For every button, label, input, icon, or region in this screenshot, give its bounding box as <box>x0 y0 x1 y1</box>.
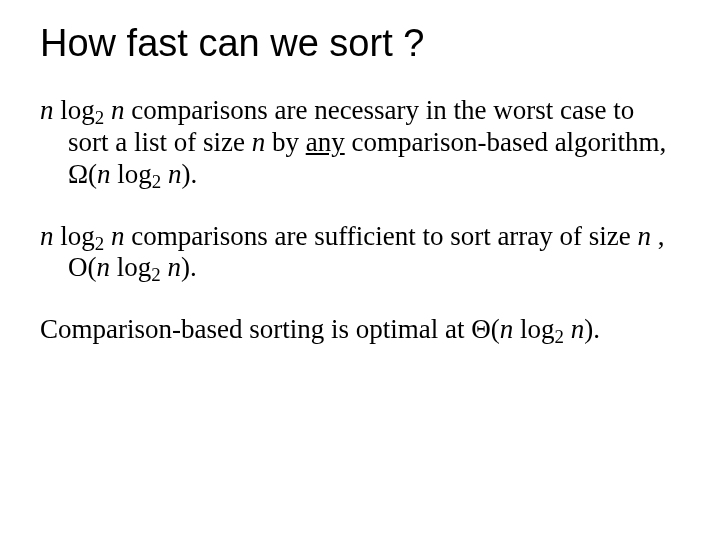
sub-2: 2 <box>152 170 161 191</box>
sub-2: 2 <box>151 264 160 285</box>
text: ). <box>182 159 198 189</box>
var-n: n <box>500 314 514 344</box>
text: log <box>111 159 152 189</box>
slide: How fast can we sort ? n log2 n comparis… <box>0 0 720 540</box>
text: log <box>110 252 151 282</box>
var-n: n <box>97 159 111 189</box>
var-n: n <box>638 221 652 251</box>
emphasis-any: any <box>306 127 345 157</box>
var-n: n <box>161 252 181 282</box>
var-n: n <box>40 95 54 125</box>
sub-2: 2 <box>554 326 563 347</box>
var-n: n <box>161 159 181 189</box>
var-n: n <box>252 127 266 157</box>
var-n: n <box>97 252 111 282</box>
text: log <box>513 314 554 344</box>
sub-2: 2 <box>95 107 104 128</box>
paragraph-sufficient: n log2 n comparisons are sufficient to s… <box>40 221 680 285</box>
var-n: n <box>104 221 124 251</box>
text: ). <box>181 252 197 282</box>
sub-2: 2 <box>95 232 104 253</box>
var-n: n <box>564 314 584 344</box>
text: Comparison-based sorting is optimal at Θ… <box>40 314 500 344</box>
text: comparisons are sufficient to sort array… <box>124 221 637 251</box>
text: log <box>54 95 95 125</box>
text: log <box>54 221 95 251</box>
paragraph-necessary: n log2 n comparisons are necessary in th… <box>40 95 680 191</box>
var-n: n <box>40 221 54 251</box>
slide-title: How fast can we sort ? <box>40 22 680 65</box>
text: ). <box>584 314 600 344</box>
text: by <box>265 127 306 157</box>
var-n: n <box>104 95 124 125</box>
paragraph-optimal: Comparison-based sorting is optimal at Θ… <box>40 314 680 346</box>
